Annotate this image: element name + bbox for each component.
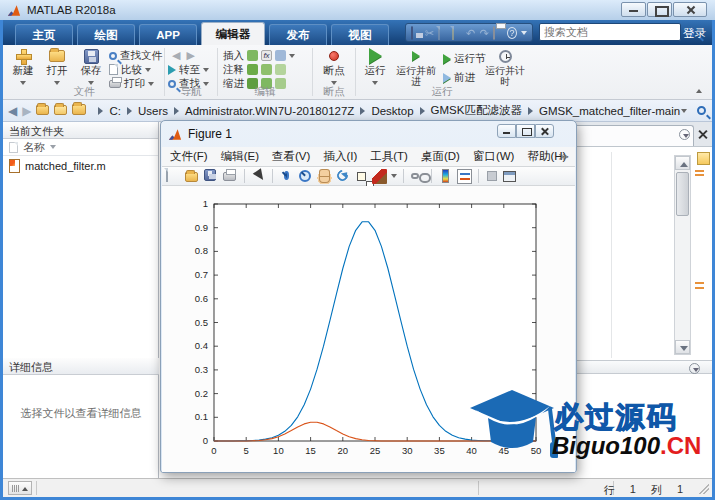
breakpoints-button[interactable]: 断点 (318, 47, 350, 87)
find-files-button[interactable]: 查找文件 (109, 49, 162, 62)
show-plot-tools-icon[interactable] (503, 169, 518, 184)
data-cursor-icon[interactable] (357, 172, 366, 181)
tab-home[interactable]: 主页 (15, 24, 73, 45)
editor-marker[interactable] (695, 174, 704, 176)
details-header[interactable]: 详细信息 (3, 358, 159, 375)
tab-apps[interactable]: APP (139, 24, 197, 45)
editor-marker[interactable] (695, 282, 704, 284)
figure-minimize-button[interactable] (497, 124, 516, 138)
menu-overflow-icon[interactable]: ≫ (559, 151, 569, 162)
editor-scrollbar[interactable] (674, 155, 691, 355)
menu-file[interactable]: 文件(F) (170, 149, 208, 164)
figure-maximize-button[interactable] (516, 124, 535, 138)
run-button[interactable]: 运行 (359, 47, 391, 87)
panel-grip-button[interactable] (8, 481, 32, 495)
forward-icon[interactable]: ▶ (186, 49, 194, 62)
breadcrumb-segment[interactable]: Desktop (371, 105, 413, 117)
insert-section-icon[interactable] (247, 50, 258, 61)
print-icon[interactable] (493, 27, 503, 39)
qat-dropdown-icon[interactable] (521, 31, 527, 35)
run-advance-button[interactable]: 运行并前进 (395, 47, 437, 87)
document-bar-icon[interactable] (697, 152, 710, 165)
menu-window[interactable]: 窗口(W) (473, 149, 515, 164)
brush-dropdown-icon[interactable] (391, 174, 397, 178)
menu-view[interactable]: 查看(V) (272, 149, 310, 164)
address-dropdown-icon[interactable] (681, 109, 687, 113)
breadcrumb-segment[interactable]: Administrator.WIN7U-20180127Z (185, 105, 354, 117)
brush-icon[interactable] (372, 169, 387, 184)
help-icon[interactable]: ? (507, 27, 517, 39)
scroll-up-button[interactable] (675, 156, 690, 170)
name-column-header[interactable]: 名称 (3, 139, 158, 156)
tab-view[interactable]: 视图 (331, 24, 389, 45)
zoom-out-icon[interactable] (298, 169, 313, 184)
zoom-in-icon[interactable] (279, 169, 294, 184)
breadcrumb-segment[interactable]: GMSK匹配滤波器 (431, 103, 522, 118)
tab-editor[interactable]: 编辑器 (201, 22, 265, 45)
back-icon[interactable]: ◀ (172, 49, 180, 62)
run-section-button[interactable]: 运行节 (443, 52, 486, 65)
figure-title-bar[interactable]: Figure 1 (161, 121, 576, 147)
scrollbar-thumb[interactable] (676, 172, 689, 216)
editor-marker[interactable] (695, 287, 704, 289)
comment-icon[interactable] (247, 64, 258, 75)
doc-search-input[interactable] (540, 26, 690, 38)
compare-button[interactable]: 比较 (109, 63, 151, 76)
run-time-button[interactable]: 运行并计时 (485, 47, 525, 87)
copy-icon[interactable] (438, 27, 448, 39)
paste-icon[interactable] (452, 27, 462, 39)
comment-row[interactable]: 注释 (223, 63, 286, 76)
link-plot-icon[interactable] (410, 169, 425, 184)
browse-folder-icon[interactable] (54, 104, 67, 118)
save-button[interactable]: 保存 (75, 47, 107, 87)
login-button[interactable]: 登录 (683, 26, 706, 41)
hide-plot-tools-icon[interactable] (487, 171, 497, 181)
breadcrumb-segment[interactable]: C: (109, 105, 121, 117)
editor-marker[interactable] (695, 170, 704, 172)
figure-close-button[interactable] (535, 124, 554, 138)
up-folder-icon[interactable] (36, 104, 49, 118)
editor-tab-close-icon[interactable] (698, 129, 708, 139)
undo-icon[interactable]: ↶ (466, 27, 476, 39)
scroll-down-button[interactable] (675, 340, 690, 354)
file-row[interactable]: matched_filter.m (3, 156, 158, 173)
breadcrumb-segment[interactable]: GMSK_matched_filter-main (539, 105, 680, 117)
tab-publish[interactable]: 发布 (269, 24, 327, 45)
advance-button[interactable]: 前进 (443, 71, 475, 84)
breadcrumb-segment[interactable]: Users (138, 105, 168, 117)
print-figure-icon[interactable] (223, 169, 238, 184)
insert-legend-icon[interactable] (457, 169, 472, 184)
edit-plot-pointer-icon[interactable] (251, 169, 266, 184)
goto-button[interactable]: 转至 (168, 63, 209, 76)
redo-icon[interactable]: ↷ (480, 27, 490, 39)
insert-chart-icon[interactable] (275, 50, 286, 61)
new-figure-icon[interactable] (166, 169, 181, 184)
nav-back-icon[interactable]: ◀ (8, 104, 17, 118)
panel-dropdown-icon[interactable] (689, 363, 700, 374)
ribbon-collapse-icon[interactable] (696, 89, 702, 93)
address-search-icon[interactable] (697, 106, 706, 115)
menu-tools[interactable]: 工具(T) (370, 149, 408, 164)
menu-desktop[interactable]: 桌面(D) (421, 149, 460, 164)
tab-plots[interactable]: 绘图 (77, 24, 135, 45)
close-button[interactable] (673, 2, 707, 17)
rotate-3d-icon[interactable] (336, 169, 351, 184)
insert-function-icon[interactable]: fx (261, 50, 272, 61)
current-folder-header[interactable]: 当前文件夹 (3, 122, 158, 139)
doc-search-box[interactable] (539, 23, 681, 41)
minimize-button[interactable] (621, 2, 646, 17)
insert-colorbar-icon[interactable] (438, 169, 453, 184)
save-icon[interactable] (411, 27, 421, 39)
uncomment-icon[interactable] (261, 64, 272, 75)
save-figure-icon[interactable] (204, 169, 219, 184)
pan-icon[interactable] (317, 169, 332, 184)
open-file-icon[interactable] (185, 169, 200, 184)
resize-grip[interactable] (699, 484, 709, 494)
open-button[interactable]: 打开 (41, 47, 73, 87)
menu-insert[interactable]: 插入(I) (323, 149, 357, 164)
menu-edit[interactable]: 编辑(E) (221, 149, 259, 164)
insert-row[interactable]: 插入 fx (223, 49, 295, 62)
wrap-comment-icon[interactable] (275, 64, 286, 75)
maximize-button[interactable] (647, 2, 672, 17)
editor-tab-dropdown-icon[interactable] (679, 129, 690, 140)
